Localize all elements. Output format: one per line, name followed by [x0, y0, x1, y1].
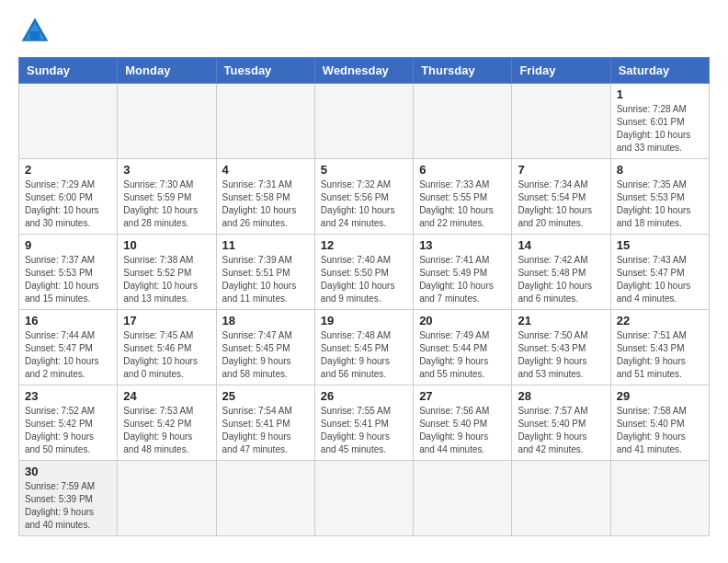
calendar-cell: 5Sunrise: 7:32 AM Sunset: 5:56 PM Daylig… — [314, 159, 413, 235]
calendar-cell: 18Sunrise: 7:47 AM Sunset: 5:45 PM Dayli… — [216, 310, 314, 385]
calendar-cell: 21Sunrise: 7:50 AM Sunset: 5:43 PM Dayli… — [512, 310, 610, 385]
day-info: Sunrise: 7:45 AM Sunset: 5:46 PM Dayligh… — [123, 329, 210, 381]
calendar-cell: 25Sunrise: 7:54 AM Sunset: 5:41 PM Dayli… — [216, 385, 314, 461]
calendar-cell: 11Sunrise: 7:39 AM Sunset: 5:51 PM Dayli… — [216, 235, 314, 310]
day-number: 9 — [25, 238, 111, 252]
day-info: Sunrise: 7:44 AM Sunset: 5:47 PM Dayligh… — [25, 329, 111, 381]
day-info: Sunrise: 7:55 AM Sunset: 5:41 PM Dayligh… — [321, 405, 407, 456]
day-number: 20 — [419, 314, 506, 327]
day-number: 18 — [222, 314, 309, 327]
day-number: 14 — [518, 238, 604, 252]
calendar-cell: 13Sunrise: 7:41 AM Sunset: 5:49 PM Dayli… — [414, 235, 512, 310]
calendar-cell: 3Sunrise: 7:30 AM Sunset: 5:59 PM Daylig… — [118, 159, 216, 235]
day-number: 26 — [321, 389, 407, 403]
day-number: 13 — [419, 238, 506, 252]
calendar-cell — [512, 461, 610, 536]
svg-rect-2 — [30, 31, 40, 40]
day-number: 4 — [222, 163, 309, 177]
calendar-cell: 1Sunrise: 7:28 AM Sunset: 6:01 PM Daylig… — [610, 84, 709, 159]
calendar-cell: 10Sunrise: 7:38 AM Sunset: 5:52 PM Dayli… — [118, 235, 216, 310]
week-row-6: 30Sunrise: 7:59 AM Sunset: 5:39 PM Dayli… — [19, 461, 710, 536]
calendar-cell: 2Sunrise: 7:29 AM Sunset: 6:00 PM Daylig… — [19, 159, 118, 235]
day-number: 11 — [222, 238, 309, 252]
calendar-cell — [414, 461, 512, 536]
weekday-header-friday: Friday — [512, 58, 610, 84]
calendar-cell: 15Sunrise: 7:43 AM Sunset: 5:47 PM Dayli… — [610, 235, 709, 310]
calendar-cell: 19Sunrise: 7:48 AM Sunset: 5:45 PM Dayli… — [314, 310, 413, 385]
day-info: Sunrise: 7:49 AM Sunset: 5:44 PM Dayligh… — [419, 329, 506, 381]
week-row-2: 2Sunrise: 7:29 AM Sunset: 6:00 PM Daylig… — [19, 159, 710, 235]
day-number: 28 — [518, 389, 604, 403]
day-info: Sunrise: 7:50 AM Sunset: 5:43 PM Dayligh… — [518, 329, 604, 381]
day-info: Sunrise: 7:56 AM Sunset: 5:40 PM Dayligh… — [419, 405, 506, 456]
weekday-header-row: SundayMondayTuesdayWednesdayThursdayFrid… — [19, 58, 710, 84]
day-info: Sunrise: 7:29 AM Sunset: 6:00 PM Dayligh… — [25, 178, 111, 230]
weekday-header-saturday: Saturday — [610, 58, 709, 84]
day-info: Sunrise: 7:37 AM Sunset: 5:53 PM Dayligh… — [25, 254, 111, 305]
day-info: Sunrise: 7:52 AM Sunset: 5:42 PM Dayligh… — [25, 405, 111, 456]
calendar-cell — [610, 461, 709, 536]
calendar-cell — [512, 84, 610, 159]
day-number: 19 — [321, 314, 407, 327]
day-number: 5 — [321, 163, 407, 177]
calendar-cell: 6Sunrise: 7:33 AM Sunset: 5:55 PM Daylig… — [414, 159, 512, 235]
day-info: Sunrise: 7:34 AM Sunset: 5:54 PM Dayligh… — [518, 178, 604, 230]
day-info: Sunrise: 7:35 AM Sunset: 5:53 PM Dayligh… — [617, 178, 703, 230]
day-info: Sunrise: 7:43 AM Sunset: 5:47 PM Dayligh… — [617, 254, 703, 305]
calendar-cell — [314, 461, 413, 536]
week-row-1: 1Sunrise: 7:28 AM Sunset: 6:01 PM Daylig… — [19, 84, 710, 159]
day-number: 12 — [321, 238, 407, 252]
day-info: Sunrise: 7:58 AM Sunset: 5:40 PM Dayligh… — [617, 405, 703, 456]
day-number: 7 — [518, 163, 604, 177]
calendar-cell — [216, 84, 314, 159]
day-number: 2 — [25, 163, 111, 177]
page: SundayMondayTuesdayWednesdayThursdayFrid… — [0, 0, 728, 555]
day-number: 8 — [617, 163, 703, 177]
day-number: 15 — [617, 238, 703, 252]
calendar-cell: 9Sunrise: 7:37 AM Sunset: 5:53 PM Daylig… — [19, 235, 118, 310]
day-number: 27 — [419, 389, 506, 403]
day-info: Sunrise: 7:42 AM Sunset: 5:48 PM Dayligh… — [518, 254, 604, 305]
calendar-cell: 26Sunrise: 7:55 AM Sunset: 5:41 PM Dayli… — [314, 385, 413, 461]
calendar-cell: 28Sunrise: 7:57 AM Sunset: 5:40 PM Dayli… — [512, 385, 610, 461]
logo-icon — [18, 15, 51, 48]
calendar-cell — [118, 84, 216, 159]
calendar-cell — [118, 461, 216, 536]
day-info: Sunrise: 7:38 AM Sunset: 5:52 PM Dayligh… — [123, 254, 210, 305]
calendar-cell: 14Sunrise: 7:42 AM Sunset: 5:48 PM Dayli… — [512, 235, 610, 310]
week-row-3: 9Sunrise: 7:37 AM Sunset: 5:53 PM Daylig… — [19, 235, 710, 310]
calendar-cell — [414, 84, 512, 159]
calendar-cell: 16Sunrise: 7:44 AM Sunset: 5:47 PM Dayli… — [19, 310, 118, 385]
day-number: 23 — [25, 389, 111, 403]
weekday-header-wednesday: Wednesday — [314, 58, 413, 84]
weekday-header-monday: Monday — [118, 58, 216, 84]
day-info: Sunrise: 7:32 AM Sunset: 5:56 PM Dayligh… — [321, 178, 407, 230]
day-number: 25 — [222, 389, 309, 403]
day-info: Sunrise: 7:39 AM Sunset: 5:51 PM Dayligh… — [222, 254, 309, 305]
day-info: Sunrise: 7:51 AM Sunset: 5:43 PM Dayligh… — [617, 329, 703, 381]
day-number: 17 — [123, 314, 210, 327]
day-number: 3 — [123, 163, 210, 177]
day-number: 21 — [518, 314, 604, 327]
day-info: Sunrise: 7:48 AM Sunset: 5:45 PM Dayligh… — [321, 329, 407, 381]
calendar-cell: 12Sunrise: 7:40 AM Sunset: 5:50 PM Dayli… — [314, 235, 413, 310]
logo — [18, 15, 57, 48]
day-number: 16 — [25, 314, 111, 327]
day-info: Sunrise: 7:33 AM Sunset: 5:55 PM Dayligh… — [419, 178, 506, 230]
day-info: Sunrise: 7:59 AM Sunset: 5:39 PM Dayligh… — [25, 480, 111, 532]
day-number: 22 — [617, 314, 703, 327]
weekday-header-sunday: Sunday — [19, 58, 118, 84]
calendar-cell: 29Sunrise: 7:58 AM Sunset: 5:40 PM Dayli… — [610, 385, 709, 461]
weekday-header-thursday: Thursday — [414, 58, 512, 84]
calendar-cell: 24Sunrise: 7:53 AM Sunset: 5:42 PM Dayli… — [118, 385, 216, 461]
day-info: Sunrise: 7:47 AM Sunset: 5:45 PM Dayligh… — [222, 329, 309, 381]
day-number: 10 — [123, 238, 210, 252]
week-row-4: 16Sunrise: 7:44 AM Sunset: 5:47 PM Dayli… — [19, 310, 710, 385]
calendar-cell: 30Sunrise: 7:59 AM Sunset: 5:39 PM Dayli… — [19, 461, 118, 536]
calendar-cell: 7Sunrise: 7:34 AM Sunset: 5:54 PM Daylig… — [512, 159, 610, 235]
day-number: 29 — [617, 389, 703, 403]
week-row-5: 23Sunrise: 7:52 AM Sunset: 5:42 PM Dayli… — [19, 385, 710, 461]
day-number: 6 — [419, 163, 506, 177]
day-info: Sunrise: 7:57 AM Sunset: 5:40 PM Dayligh… — [518, 405, 604, 456]
day-info: Sunrise: 7:41 AM Sunset: 5:49 PM Dayligh… — [419, 254, 506, 305]
